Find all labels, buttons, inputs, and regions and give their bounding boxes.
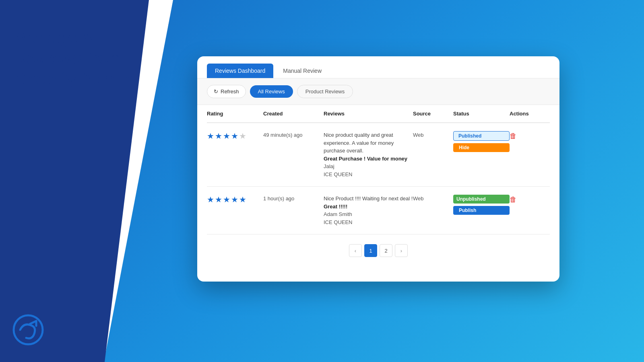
- rating-stars-2: ★ ★ ★ ★ ★: [207, 195, 263, 204]
- table-header: Rating Created Reviews Source Status Act…: [207, 105, 550, 123]
- publish-button[interactable]: Publish: [453, 206, 510, 215]
- refresh-icon: ↻: [214, 88, 218, 95]
- logo: [12, 314, 44, 346]
- tab-manual-review[interactable]: Manual Review: [275, 64, 330, 78]
- heading-underline: [14, 107, 83, 108]
- svg-point-0: [14, 315, 43, 344]
- star-5: ★: [239, 131, 246, 141]
- review-author-2: Adam Smith: [324, 210, 413, 218]
- created-time-1: 49 minute(s) ago: [263, 131, 324, 138]
- actions-1: 🗑: [510, 131, 550, 140]
- header-status: Status: [453, 111, 510, 117]
- review-content-1: Nice product quality and great experienc…: [324, 131, 413, 178]
- heading-line2: Reviews from: [14, 49, 124, 68]
- table-row: ★ ★ ★ ★ ★ 1 hour(s) ago Nice Product !!!…: [207, 187, 550, 234]
- review-title-1: Great Purchase ! Value for money: [324, 155, 413, 163]
- status-actions-1: Published Hide: [453, 131, 510, 152]
- review-content-2: Nice Product !!!! Waiting for next deal …: [324, 195, 413, 226]
- header-source: Source: [413, 111, 453, 117]
- source-1: Web: [413, 131, 453, 138]
- pagination: ‹ 1 2 ›: [197, 234, 559, 267]
- header-rating: Rating: [207, 111, 263, 117]
- filter-bar: ↻ Refresh All Reviews Product Reviews: [197, 78, 559, 105]
- pagination-page-1[interactable]: 1: [364, 244, 377, 257]
- star-1: ★: [207, 195, 214, 204]
- actions-2: 🗑: [510, 195, 550, 204]
- pagination-prev[interactable]: ‹: [349, 244, 362, 257]
- hide-button[interactable]: Hide: [453, 143, 510, 152]
- created-time-2: 1 hour(s) ago: [263, 195, 324, 202]
- tabs-container: Reviews Dashboard Manual Review: [197, 56, 559, 78]
- header-created: Created: [263, 111, 324, 117]
- star-3: ★: [223, 131, 230, 141]
- reviews-table: Rating Created Reviews Source Status Act…: [197, 105, 559, 234]
- review-text-1: Nice product quality and great experienc…: [324, 131, 413, 155]
- heading-line1: Manage All: [14, 29, 103, 47]
- pagination-next[interactable]: ›: [395, 244, 408, 257]
- review-text-2: Nice Product !!!! Waiting for next deal …: [324, 195, 413, 203]
- star-3: ★: [223, 195, 230, 204]
- status-actions-2: Unpublished Publish: [453, 195, 510, 215]
- filter-all-reviews[interactable]: All Reviews: [250, 85, 293, 98]
- header-reviews: Reviews: [324, 111, 413, 117]
- star-1: ★: [207, 131, 214, 141]
- tab-reviews-dashboard[interactable]: Reviews Dashboard: [207, 64, 273, 78]
- pagination-page-2[interactable]: 2: [380, 244, 392, 257]
- status-badge-published[interactable]: Published: [453, 131, 510, 141]
- star-4: ★: [231, 131, 238, 141]
- star-2: ★: [215, 131, 222, 141]
- refresh-button[interactable]: ↻ Refresh: [207, 85, 246, 98]
- status-badge-unpublished[interactable]: Unpublished: [453, 195, 510, 204]
- review-store-1: ICE QUEEN: [324, 171, 413, 179]
- review-author-1: Jalaj: [324, 162, 413, 171]
- source-2: Web: [413, 195, 453, 202]
- header-actions: Actions: [510, 111, 550, 117]
- hero-heading: Manage All Reviews from Shopify Admin: [14, 28, 147, 89]
- rating-stars-1: ★ ★ ★ ★ ★: [207, 131, 263, 141]
- dashboard-card: Reviews Dashboard Manual Review ↻ Refres…: [197, 56, 559, 282]
- star-2: ★: [215, 195, 222, 204]
- review-store-2: ICE QUEEN: [324, 218, 413, 226]
- review-title-2: Great !!!!!: [324, 203, 413, 211]
- star-4: ★: [231, 195, 238, 204]
- refresh-label: Refresh: [221, 88, 239, 95]
- heading-line3: Shopify Admin: [14, 69, 133, 88]
- table-row: ★ ★ ★ ★ ★ 49 minute(s) ago Nice product …: [207, 123, 550, 187]
- delete-button-1[interactable]: 🗑: [510, 131, 517, 140]
- delete-button-2[interactable]: 🗑: [510, 195, 517, 204]
- filter-product-reviews[interactable]: Product Reviews: [297, 85, 353, 98]
- star-5: ★: [239, 195, 246, 204]
